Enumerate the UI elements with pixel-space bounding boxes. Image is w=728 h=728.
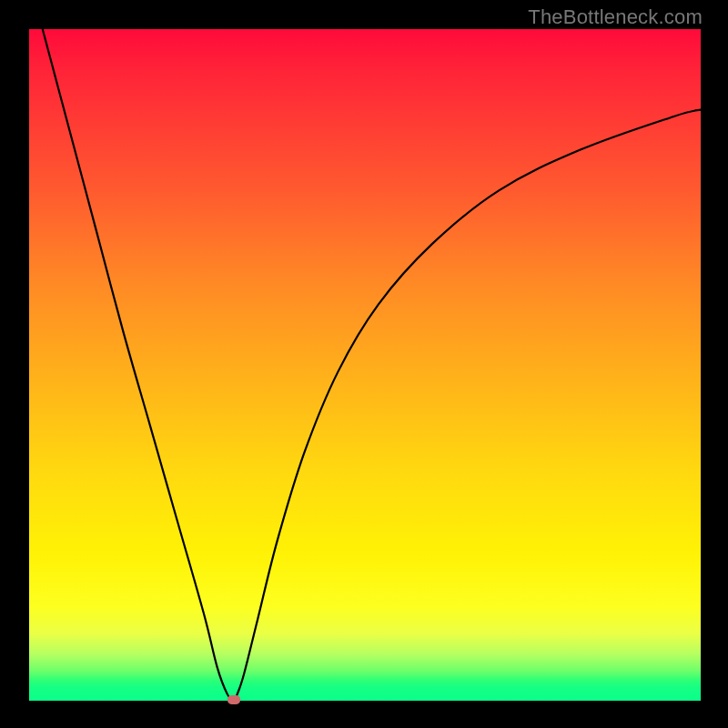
chart-frame: TheBottleneck.com	[0, 0, 728, 728]
optimal-point-marker	[228, 695, 240, 704]
bottleneck-curve	[29, 29, 701, 701]
plot-area	[29, 29, 701, 701]
watermark-label: TheBottleneck.com	[528, 5, 703, 29]
